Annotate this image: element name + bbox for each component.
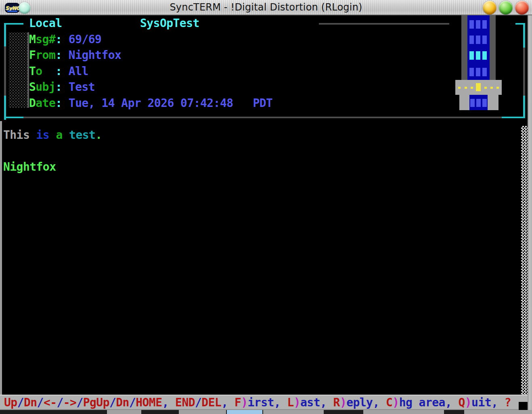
terminal-screen[interactable]: Local SysOpTest Msg#: 69/69 From: Nightf… [0, 15, 532, 414]
header-box-border-left-mid [4, 46, 6, 96]
header-box-border-left-bottom [4, 96, 6, 120]
header-box-border-right-bottom [523, 96, 525, 118]
status-cursor-block [519, 402, 528, 410]
statusbar-commands: Up/Dn/<-/->/PgUp/Dn/HOME, END/DEL, F)irs… [4, 395, 511, 410]
close-button[interactable] [515, 1, 529, 15]
syncterm-logo-text: SyNC [5, 6, 19, 10]
building-left-column [461, 15, 467, 80]
header-box-border-top-left [4, 23, 23, 25]
window-left-frame [0, 121, 2, 410]
syncterm-logo-icon: SyNC [5, 3, 20, 13]
header-box-border-bottom-right [502, 117, 525, 118]
message-signature: Nightfox [3, 159, 56, 175]
maximize-button[interactable] [499, 1, 513, 15]
header-box-border-top [319, 23, 449, 25]
date-line: Date: Tue, 14 Apr 2026 07:42:48 PDT [29, 95, 272, 111]
message-body-line: This is a test. [3, 127, 102, 143]
minimize-button[interactable] [483, 1, 496, 15]
syncterm-logo-bar [7, 10, 17, 12]
header-box-border-bottom [23, 117, 502, 118]
titlebar[interactable]: SyncTERM - !Digital Distortion (RLogin) … [0, 0, 532, 15]
syncterm-window: SyncTERM - !Digital Distortion (RLogin) … [0, 0, 532, 414]
building-right-column [490, 15, 496, 80]
scrollbar-track[interactable] [521, 126, 528, 395]
header-box-border-left-top [4, 23, 6, 46]
header-box-border-bottom-left [4, 117, 23, 118]
building-door-light [476, 83, 481, 91]
window-bottom-frame [0, 410, 532, 414]
window-title: SyncTERM - !Digital Distortion (RLogin) [0, 0, 532, 15]
from-line: From: Nightfox [29, 47, 121, 63]
header-shade-column [9, 32, 29, 108]
connection-indicator-button[interactable] [19, 2, 30, 14]
msg-number-line: Msg#: 69/69 [29, 31, 101, 48]
header-box-border-right-mid [523, 48, 525, 96]
message-area-title: SysOpTest [140, 15, 199, 31]
to-line: To : All [29, 63, 88, 79]
header-box-border-right-top [523, 23, 525, 48]
connection-label: Local [29, 15, 62, 31]
subject-line: Subj: Test [29, 79, 95, 95]
window-right-frame [528, 15, 532, 414]
building-ansi-art [455, 15, 502, 111]
